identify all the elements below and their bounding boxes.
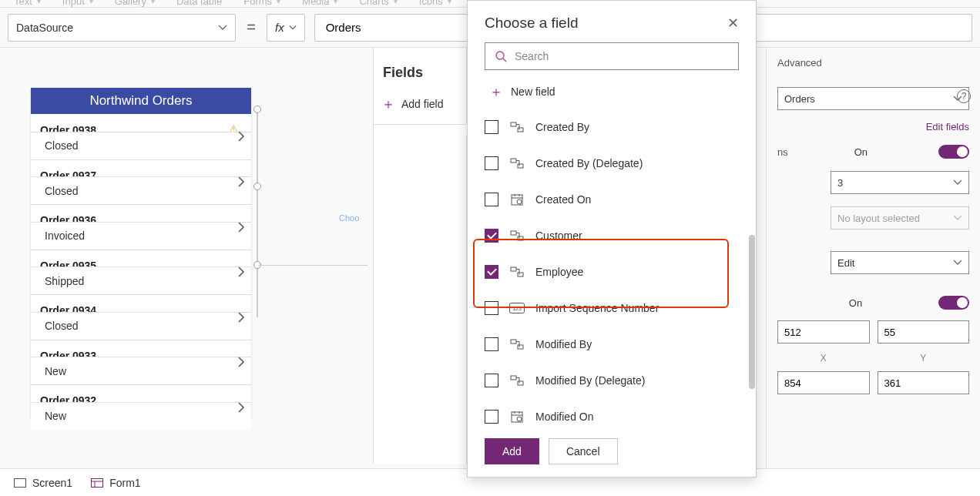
layout-select[interactable]: No layout selected (831, 206, 969, 230)
mode-select[interactable]: Edit (831, 251, 969, 274)
field-type-icon (509, 409, 525, 424)
gallery-row[interactable]: Order 0936Company Y Invoiced$ 1,170.00 (31, 204, 251, 250)
snap-toggle[interactable] (938, 145, 969, 159)
field-type-icon (509, 337, 525, 352)
svg-rect-20 (92, 478, 103, 487)
field-option[interactable]: Created By (485, 109, 739, 145)
chevron-down-icon (953, 178, 962, 187)
add-field-button[interactable]: ＋ Add field (374, 95, 466, 124)
checkbox[interactable] (485, 120, 498, 134)
ribbon-datatable[interactable]: Data table (176, 0, 222, 7)
gallery-row[interactable]: Order 0934Company BB Closed$ 230.00 (31, 294, 251, 340)
add-button[interactable]: Add (485, 438, 539, 464)
checkbox[interactable] (485, 265, 498, 279)
field-label: Created By (Delegate) (535, 157, 643, 169)
field-search-input[interactable]: Search (485, 42, 739, 70)
property-name: DataSource (16, 22, 73, 34)
svg-rect-4 (518, 164, 523, 168)
svg-point-0 (496, 52, 504, 59)
ribbon-text[interactable]: Text▾ (14, 0, 41, 7)
ribbon-forms[interactable]: Forms▾ (243, 0, 280, 7)
svg-rect-15 (511, 376, 516, 380)
cancel-button[interactable]: Cancel (549, 438, 618, 464)
field-label: Modified By (Delegate) (535, 374, 645, 387)
checkbox[interactable] (485, 229, 498, 243)
selection-handles[interactable] (253, 106, 261, 321)
field-label: Created On (535, 193, 591, 206)
field-label: Customer (535, 230, 582, 242)
snap-columns-label: ns (777, 146, 788, 158)
gallery-row[interactable]: Order 0937Company CC Closed$ 3,810.00 (31, 159, 251, 205)
form-icon (91, 478, 103, 488)
gallery-row[interactable]: Order 0938Company F ⚠Closed$ 2,870.00 (31, 114, 251, 159)
chevron-down-icon (953, 213, 962, 223)
plus-icon: ＋ (489, 82, 502, 101)
search-icon (495, 50, 507, 62)
ribbon-input[interactable]: Input▾ (62, 0, 93, 7)
close-icon[interactable]: ✕ (727, 15, 739, 32)
svg-rect-10 (518, 273, 523, 276)
tree-screen[interactable]: Screen1 (14, 477, 72, 489)
size-w-input[interactable] (777, 371, 870, 394)
gallery-row[interactable]: Order 0933Company A New$ 736.00 (31, 340, 251, 385)
chevron-down-icon (289, 24, 297, 32)
checkbox[interactable] (485, 374, 498, 387)
field-option[interactable]: Modified On (485, 398, 739, 430)
svg-rect-19 (15, 478, 26, 487)
orders-gallery[interactable]: Northwind Orders Order 0938Company F ⚠Cl… (31, 88, 251, 419)
ribbon-media[interactable]: Media▾ (302, 0, 337, 7)
checkbox[interactable] (485, 193, 498, 206)
field-type-icon: 123 (509, 300, 525, 316)
field-type-icon (509, 228, 525, 243)
field-option[interactable]: Customer (485, 217, 739, 253)
ribbon-charts[interactable]: Charts▾ (359, 0, 397, 7)
new-field-button[interactable]: ＋ New field (468, 70, 756, 109)
size-h-input[interactable] (878, 371, 970, 394)
svg-rect-14 (518, 345, 523, 349)
fx-button[interactable]: fx (267, 14, 305, 42)
chevron-right-icon (237, 266, 245, 278)
field-option[interactable]: Created On (485, 181, 739, 217)
selection-line (258, 265, 368, 266)
scroll-thumb[interactable] (749, 235, 755, 389)
checkbox[interactable] (485, 301, 498, 315)
pos-y-input[interactable] (878, 320, 970, 344)
fields-panel: Fields ＋ Add field (373, 48, 467, 464)
checkbox[interactable] (485, 337, 498, 351)
order-status: New (31, 402, 251, 430)
datasource-select[interactable]: Orders (777, 87, 969, 110)
chevron-down-icon (953, 258, 962, 267)
ribbon-icons[interactable]: Icons▾ (419, 0, 451, 7)
field-option[interactable]: 123 Import Sequence Number (485, 290, 739, 326)
checkbox[interactable] (485, 410, 498, 424)
columns-select[interactable]: 3 (831, 171, 969, 194)
field-type-icon (509, 119, 525, 135)
property-dropdown[interactable]: DataSource (8, 14, 236, 42)
svg-rect-3 (511, 159, 516, 163)
svg-rect-7 (511, 231, 516, 235)
field-label: Employee (535, 266, 583, 278)
gallery-row[interactable]: Order 0935Company I Shipped$ 606.50 (31, 250, 251, 295)
screen-icon (14, 478, 26, 488)
checkbox[interactable] (485, 156, 498, 170)
visible-toggle[interactable] (938, 296, 969, 310)
pos-x-input[interactable] (777, 320, 870, 344)
ribbon-gallery[interactable]: Gallery▾ (115, 0, 155, 7)
field-option[interactable]: Employee (485, 253, 739, 290)
tree-form[interactable]: Form1 (91, 477, 140, 489)
field-option[interactable]: Created By (Delegate) (485, 145, 739, 181)
field-option[interactable]: Modified By (485, 326, 739, 362)
tab-advanced[interactable]: Advanced (777, 57, 822, 75)
order-status: Closed (31, 176, 251, 204)
plus-icon: ＋ (381, 95, 395, 113)
svg-point-6 (517, 199, 522, 204)
chevron-down-icon (218, 23, 227, 32)
field-option[interactable]: Modified By (Delegate) (485, 362, 739, 398)
help-icon[interactable]: ? (957, 89, 971, 103)
chevron-right-icon (237, 356, 245, 368)
edit-fields-link[interactable]: Edit fields (926, 121, 969, 132)
field-list[interactable]: Created By Created By (Delegate) Created… (468, 109, 756, 430)
gallery-row[interactable]: Order 0932Company K New$ 800.00 (31, 384, 251, 430)
svg-rect-13 (511, 340, 516, 344)
svg-rect-1 (511, 122, 516, 126)
